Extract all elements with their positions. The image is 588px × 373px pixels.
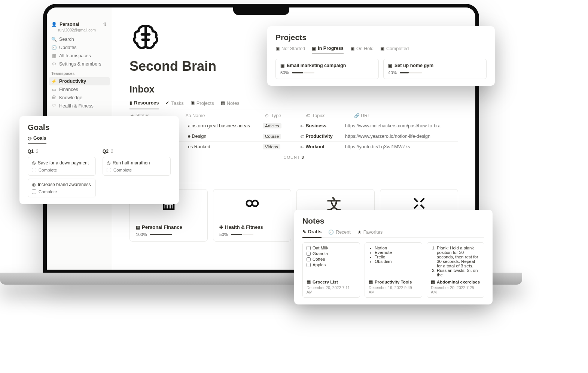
- note-card[interactable]: Plank: Hold a plank position for 30 seco…: [427, 242, 484, 298]
- tag-icon: 🏷: [305, 113, 311, 118]
- goal-card[interactable]: ◎Save for a down payment Complete: [28, 157, 96, 176]
- card-icon: [219, 195, 285, 224]
- tab-icon: ▣: [191, 100, 195, 106]
- card-title: ▤ Personal Finance: [136, 224, 201, 230]
- folder-icon: ▣: [380, 46, 384, 51]
- tab-drafts[interactable]: ✎Drafts: [302, 229, 322, 238]
- inbox-tabs: ▮Resources✔Tasks▣Projects▤Notes: [130, 100, 458, 109]
- notch: [233, 7, 289, 15]
- note-title: ▤Grocery List: [307, 279, 356, 285]
- wallet-icon: ▭: [51, 87, 57, 92]
- note-title: ▤Abdominal exercises: [431, 279, 480, 285]
- folder-icon: ▣: [350, 46, 354, 51]
- tab-notes[interactable]: ▤Notes: [221, 100, 240, 109]
- project-progress: 50%: [280, 70, 374, 75]
- tab-recent[interactable]: 🕘Recent: [328, 229, 351, 237]
- goal-card[interactable]: ◎Increase brand awareness Complete: [28, 179, 96, 197]
- heart-icon: ♡: [51, 103, 57, 109]
- checklist-item[interactable]: Coffee: [307, 257, 356, 261]
- folder-icon: ▣: [280, 63, 284, 68]
- tab-icon: ▤: [221, 100, 225, 106]
- settings-icon: ⚙: [51, 61, 57, 67]
- card-progress: 50%: [219, 232, 285, 237]
- sidebar-item-health-fitness[interactable]: ♡Health & Fitness: [49, 102, 110, 110]
- note-date: December 20, 2022 7:11 AM: [307, 285, 356, 294]
- goals-quarter: Q22: [103, 149, 171, 154]
- tab-completed[interactable]: ▣Completed: [380, 46, 409, 54]
- sidebar-item-finances[interactable]: ▭Finances: [49, 85, 110, 94]
- sidebar-item-updates[interactable]: 🕘Updates: [49, 43, 110, 52]
- tab-icon: ▮: [130, 100, 132, 106]
- notes-panel: Notes ✎Drafts🕘Recent★Favorites Oat Milk …: [294, 210, 493, 304]
- sidebar-item-settings-members[interactable]: ⚙Settings & members: [49, 60, 110, 68]
- area-card[interactable]: ✚ Health & Fitness 50%: [213, 189, 291, 242]
- teamspaces-heading: Teamspaces: [49, 68, 110, 77]
- text-icon: Aa: [186, 113, 191, 118]
- tab-resources[interactable]: ▮Resources: [130, 100, 159, 109]
- search-icon: 🔍: [51, 37, 57, 42]
- complete-checkbox[interactable]: Complete: [32, 189, 92, 194]
- page-icon: ▤: [369, 279, 373, 285]
- workspace-switcher[interactable]: 👤 Personal ⇅: [49, 20, 110, 28]
- target-icon: ◎: [32, 160, 36, 166]
- brain-icon: [130, 21, 162, 53]
- goals-title: Goals: [28, 123, 171, 132]
- person-icon: 👤: [51, 22, 57, 27]
- goals-quarter: Q12: [28, 149, 96, 154]
- folder-icon: ▣: [275, 46, 280, 51]
- checklist-item[interactable]: Apples: [307, 263, 356, 267]
- tab-icon: ✔: [165, 100, 169, 106]
- page-icon: ▤: [431, 279, 435, 285]
- folder-icon: ▣: [388, 63, 392, 68]
- card-title: ✚ Health & Fitness: [219, 224, 285, 230]
- svg-point-0: [246, 200, 252, 206]
- tab-on-hold[interactable]: ▣On Hold: [350, 46, 374, 54]
- projects-title: Projects: [275, 33, 487, 42]
- note-card[interactable]: Oat Milk Granola Coffee Apples ▤Grocery …: [302, 242, 360, 298]
- updown-icon: ⇅: [102, 22, 107, 27]
- goal-card[interactable]: ◎Run half-marathon Complete: [103, 157, 171, 176]
- type-icon: ⊙: [264, 113, 269, 118]
- updates-icon: 🕘: [51, 45, 57, 50]
- tab-not-started[interactable]: ▣Not Started: [275, 46, 305, 54]
- projects-panel: Projects ▣Not Started▣In Progress▣On Hol…: [267, 26, 495, 86]
- teamspaces-icon: ▦: [51, 53, 57, 58]
- bank-icon: 🏛: [51, 95, 57, 100]
- target-icon: ◎: [32, 182, 36, 187]
- sidebar-item-all-teamspaces[interactable]: ▦All teamspaces: [49, 52, 110, 60]
- page-icon: ▤: [307, 279, 311, 285]
- target-icon: ◎: [28, 136, 31, 141]
- goals-column: Q22 ◎Run half-marathon Complete: [103, 149, 171, 197]
- tab-tasks[interactable]: ✔Tasks: [165, 100, 183, 109]
- note-card[interactable]: NotionEvernoteTrelloObsidian ▤Productivi…: [365, 242, 422, 298]
- link-icon: 🔗: [354, 113, 359, 118]
- checklist-item[interactable]: Oat Milk: [307, 246, 356, 250]
- complete-checkbox[interactable]: Complete: [107, 168, 167, 172]
- tab-in-progress[interactable]: ▣In Progress: [312, 46, 344, 54]
- card-progress: 100%: [136, 232, 201, 237]
- note-date: December 20, 2022 7:25 AM: [431, 285, 480, 294]
- workspace-email: ruiyi2002@gmail.com: [58, 28, 110, 32]
- workspace-name: Personal: [60, 22, 79, 27]
- project-card[interactable]: ▣Email marketing campaign 50%: [275, 59, 379, 79]
- notes-title: Notes: [302, 216, 484, 225]
- checklist-item[interactable]: Granola: [307, 251, 356, 256]
- sidebar-item-productivity[interactable]: ⚡Productivity: [49, 77, 110, 85]
- bolt-icon: ⚡: [51, 79, 57, 84]
- target-icon: ◎: [107, 160, 110, 166]
- tab-goals[interactable]: ◎Goals: [28, 136, 46, 144]
- tab-favorites[interactable]: ★Favorites: [357, 229, 383, 237]
- project-card[interactable]: ▣Set up home gym 40%: [383, 59, 487, 79]
- note-date: December 19, 2022 9:49 AM: [369, 285, 418, 294]
- complete-checkbox[interactable]: Complete: [32, 168, 92, 172]
- table-columns: ✦Status AaName ⊙Type 🏷Topics 🔗URL: [130, 113, 458, 118]
- note-title: ▤Productivity Tools: [369, 279, 418, 285]
- sidebar-item-search[interactable]: 🔍Search: [49, 35, 110, 43]
- tab-icon: ★: [357, 230, 362, 235]
- tab-projects[interactable]: ▣Projects: [191, 100, 214, 109]
- tab-icon: ✎: [302, 229, 306, 234]
- sidebar-item-knowledge[interactable]: 🏛Knowledge: [49, 94, 110, 102]
- goals-panel: Goals ◎Goals Q12 ◎Save for a down paymen…: [19, 116, 179, 204]
- folder-icon: ▣: [312, 46, 316, 51]
- project-progress: 40%: [388, 70, 482, 75]
